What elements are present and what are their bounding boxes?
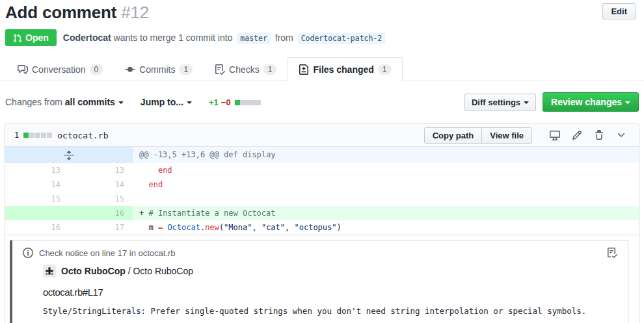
diffstat-block-empty: [256, 100, 261, 105]
rich-diff-button[interactable]: [550, 130, 560, 140]
pr-author[interactable]: Codertocat: [63, 32, 111, 43]
changes-from-label: Changes from: [5, 97, 62, 107]
device-desktop-icon: [550, 131, 560, 140]
annotation-header: Check notice on line 17 in octocat.rb: [12, 240, 628, 261]
annotation-location: octocat.rb#L17: [43, 287, 617, 298]
edit-file-button[interactable]: [572, 130, 582, 140]
pr-state-bar: Open Codertocat wants to merge 1 commit …: [0, 23, 644, 46]
hunk-header-row: @@ -13,5 +13,6 @@ def display: [5, 147, 639, 163]
check-annotation-card: Check notice on line 17 in octocat.rb Oc…: [10, 240, 628, 323]
file-header: 1 octocat.rb Copy path View file: [5, 124, 639, 147]
diff-settings-button[interactable]: Diff settings: [464, 94, 536, 111]
copy-path-button[interactable]: Copy path: [424, 127, 483, 144]
diff-line-row: 1617 m = Octocat.new("Mona", "cat", "oct…: [5, 220, 639, 235]
line-number[interactable]: 17: [69, 220, 133, 235]
tab-label: Commits: [139, 64, 175, 75]
view-file-button[interactable]: View file: [481, 127, 532, 144]
changes-from-dropdown[interactable]: Changes from all commits: [5, 97, 124, 107]
annotation-message: Style/StringLiterals: Prefer single-quot…: [43, 306, 617, 316]
diff-line-row: 1313 end: [5, 163, 639, 177]
diffstat-block-empty: [41, 133, 46, 138]
page-title: Add comment #12: [5, 3, 636, 23]
delete-file-button[interactable]: [594, 130, 604, 140]
code-line: end: [133, 163, 639, 177]
line-number[interactable]: 13: [5, 163, 69, 177]
diff-line-row: 16+ # Instantiate a new Octocat: [5, 206, 639, 220]
diff-settings-label: Diff settings: [472, 97, 520, 107]
file-change-count: 1: [14, 131, 19, 140]
annotation-body: Octo RuboCop / Octo RuboCop octocat.rb#L…: [12, 261, 628, 323]
pr-number: #12: [121, 3, 149, 22]
collapse-file-button[interactable]: [616, 130, 626, 140]
diffstat-blocks: [235, 97, 261, 107]
expand-hunk-button[interactable]: [5, 147, 133, 163]
merge-text-from: from: [275, 32, 293, 43]
trash-icon: [594, 131, 604, 140]
code-line: + # Instantiate a new Octocat: [133, 206, 639, 220]
jump-to-dropdown[interactable]: Jump to...: [141, 97, 192, 107]
line-number[interactable]: 14: [69, 177, 133, 192]
check-run-name: Octo RuboCop: [133, 266, 193, 276]
pr-title-text: Add comment: [5, 3, 116, 22]
line-number[interactable]: 14: [5, 177, 69, 192]
chevron-down-icon: [524, 101, 529, 104]
checklist-icon: [607, 248, 617, 258]
separator: /: [128, 266, 131, 276]
edit-button[interactable]: Edit: [602, 3, 636, 19]
diffstat-block-empty: [47, 133, 52, 138]
head-branch-ref[interactable]: Codertocat-patch-2: [298, 32, 386, 44]
check-suite-name[interactable]: Octo RuboCop / Octo RuboCop: [61, 266, 193, 276]
file-diff-icon: [299, 64, 309, 75]
chevron-down-icon: [616, 131, 626, 140]
diffstat-block-empty: [240, 100, 245, 105]
comment-discussion-icon: [18, 64, 28, 75]
tab-count-badge: 0: [90, 64, 103, 75]
line-number[interactable]: 15: [5, 192, 69, 206]
pr-tabnav: Conversation 0 Commits 1 Checks 1 Files …: [0, 57, 644, 81]
file-actions: Copy path View file: [424, 127, 632, 144]
diff-line-row: 1515: [5, 192, 639, 206]
tab-label: Files changed: [313, 64, 373, 75]
octo-rubocop-avatar: [43, 265, 56, 278]
line-number[interactable]: 15: [69, 192, 133, 206]
base-branch-ref[interactable]: master: [237, 32, 271, 44]
diff-table: @@ -13,5 +13,6 @@ def display 1313 end14…: [5, 147, 639, 235]
review-changes-button[interactable]: Review changes: [543, 92, 639, 112]
file-path-button-group: Copy path View file: [424, 127, 532, 144]
chevron-down-icon: [118, 101, 124, 104]
file-name[interactable]: octocat.rb: [57, 131, 108, 140]
diffstat-summary: +1 −0: [209, 97, 261, 107]
changes-from-value: all commits: [65, 97, 115, 107]
tab-commits[interactable]: Commits 1: [114, 57, 204, 81]
line-number[interactable]: 13: [69, 163, 133, 177]
tab-checks[interactable]: Checks 1: [204, 57, 288, 81]
diffstat-block-empty: [35, 133, 40, 138]
file-diffstat-blocks: [23, 133, 52, 138]
diffstat-block-empty: [245, 100, 250, 105]
line-number[interactable]: [5, 206, 69, 220]
diffstat-block-empty: [29, 133, 34, 138]
toolbar-right-group: Diff settings Review changes: [464, 92, 639, 112]
pencil-icon: [572, 131, 582, 140]
diffstat-block-added: [235, 100, 240, 105]
deletions-count: −0: [221, 97, 231, 107]
diffstat-block-empty: [250, 100, 256, 105]
check-annotation-section: Check notice on line 17 in octocat.rb Oc…: [5, 235, 639, 323]
merge-sentence: Codertocat wants to merge 1 commit into …: [63, 32, 388, 43]
code-line: end: [133, 177, 639, 192]
line-number[interactable]: 16: [69, 206, 133, 220]
tab-count-badge: 1: [179, 64, 193, 75]
tab-count-badge: 1: [263, 64, 277, 75]
additions-count: +1: [209, 97, 219, 107]
chevron-down-icon: [625, 101, 630, 104]
annotation-checklist-button[interactable]: [607, 248, 617, 258]
open-status-badge: Open: [5, 29, 57, 46]
checklist-icon: [215, 64, 225, 75]
tab-files-changed[interactable]: Files changed 1: [288, 57, 402, 81]
tab-conversation[interactable]: Conversation 0: [7, 57, 114, 81]
code-line: m = Octocat.new("Mona", "cat", "octopus"…: [133, 220, 639, 235]
diff-toolbar: Changes from all commits Jump to... +1 −…: [0, 81, 644, 112]
diff-line-row: 1414 end: [5, 177, 639, 192]
line-number[interactable]: 16: [5, 220, 69, 235]
merge-text: wants to merge 1 commit into: [114, 32, 233, 43]
